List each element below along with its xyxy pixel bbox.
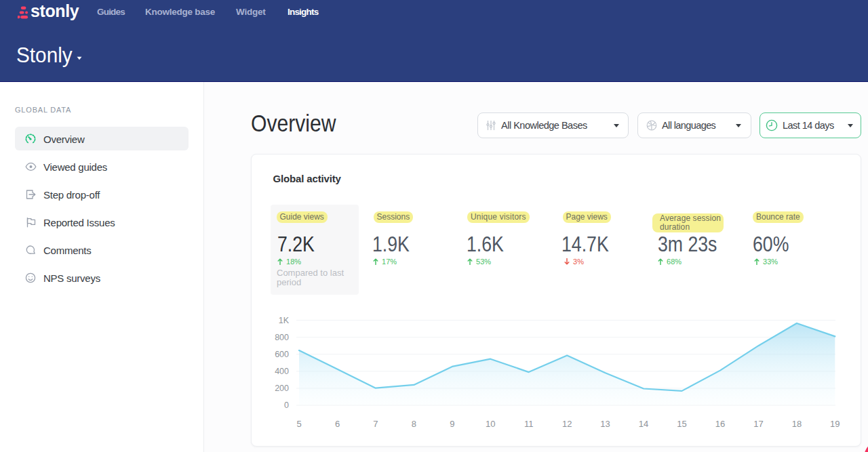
svg-text:1K: 1K [279,316,290,325]
svg-text:11: 11 [524,419,534,429]
svg-text:800: 800 [275,333,289,342]
svg-text:7: 7 [373,419,378,429]
svg-text:8: 8 [412,419,416,429]
svg-text:14: 14 [639,419,648,429]
svg-text:12: 12 [562,419,572,429]
svg-text:400: 400 [275,367,289,376]
svg-text:13: 13 [600,419,610,429]
svg-text:19: 19 [830,419,840,429]
svg-text:0: 0 [284,400,289,410]
svg-text:17: 17 [753,419,763,429]
svg-text:15: 15 [677,419,686,429]
svg-text:9: 9 [450,419,454,429]
svg-text:10: 10 [486,419,495,429]
svg-text:18: 18 [792,419,802,429]
svg-text:16: 16 [715,419,725,429]
svg-text:600: 600 [275,350,289,359]
svg-text:200: 200 [275,384,289,393]
svg-text:5: 5 [296,419,301,429]
svg-text:6: 6 [335,419,340,429]
